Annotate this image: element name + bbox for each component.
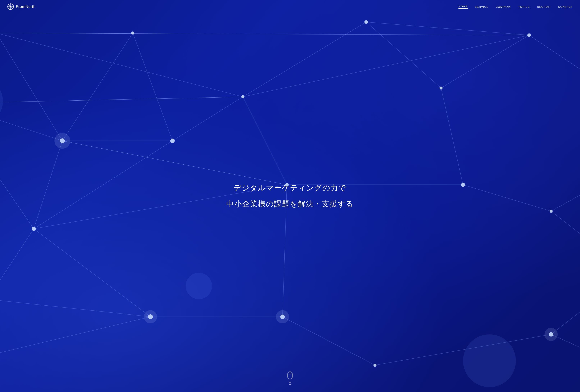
hero-section: FromNorth HOME SERVICE COMPANY TOPICS RE…	[0, 0, 580, 392]
nav-contact[interactable]: CONTACT	[558, 5, 573, 8]
svg-point-89	[10, 5, 11, 5]
logo-text: FromNorth	[16, 4, 36, 9]
scroll-indicator[interactable]	[288, 372, 292, 385]
svg-point-88	[10, 6, 11, 7]
logo-link[interactable]: FromNorth	[7, 3, 36, 10]
scroll-arrows	[289, 381, 291, 385]
svg-point-90	[10, 8, 11, 8]
svg-point-83	[13, 6, 14, 7]
mouse-wheel	[290, 373, 290, 374]
scroll-arrow-2	[289, 383, 291, 385]
svg-point-85	[12, 4, 13, 5]
svg-point-84	[8, 4, 9, 5]
svg-point-82	[7, 6, 8, 7]
main-nav: HOME SERVICE COMPANY TOPICS RECRUIT CONT…	[458, 5, 573, 9]
nav-company[interactable]: COMPANY	[496, 5, 511, 8]
mouse-icon	[288, 372, 292, 380]
svg-point-80	[10, 3, 11, 4]
nav-recruit[interactable]: RECRUIT	[537, 5, 551, 8]
svg-point-81	[10, 9, 11, 10]
svg-point-91	[9, 6, 9, 7]
nav-topics[interactable]: TOPICS	[518, 5, 530, 8]
hero-line-2: 中小企業様の課題を解決・支援する	[226, 199, 354, 209]
site-header: FromNorth HOME SERVICE COMPANY TOPICS RE…	[0, 0, 580, 13]
nav-service[interactable]: SERVICE	[475, 5, 488, 8]
hero-line-1: デジタルマーケティングの力で	[234, 183, 346, 193]
svg-point-92	[12, 6, 12, 7]
hero-content: デジタルマーケティングの力で 中小企業様の課題を解決・支援する	[0, 0, 580, 392]
svg-point-87	[12, 8, 13, 9]
nav-home[interactable]: HOME	[458, 5, 468, 9]
svg-point-86	[8, 8, 9, 9]
logo-icon	[7, 3, 14, 10]
